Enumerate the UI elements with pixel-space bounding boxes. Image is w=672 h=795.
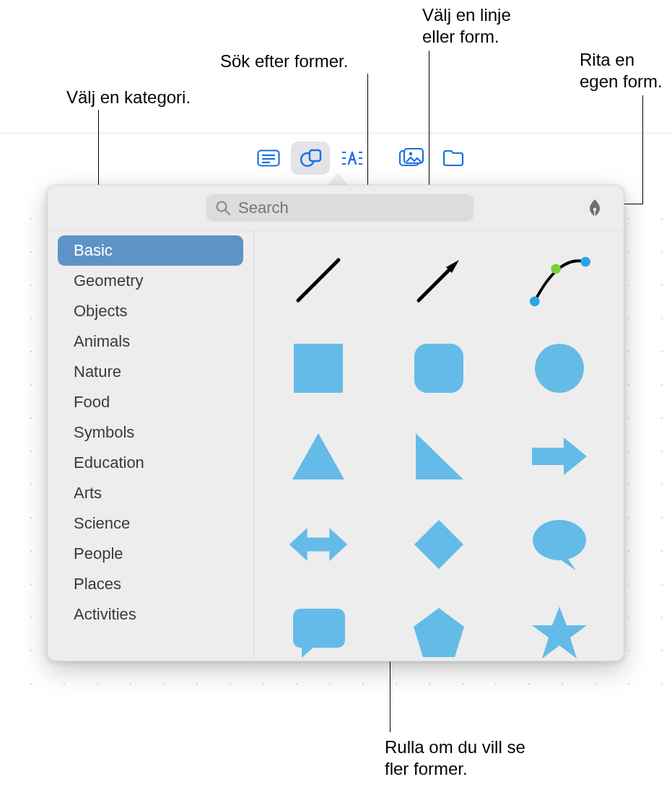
toolbar-textbox-button[interactable] (249, 142, 288, 175)
shape-rounded-square[interactable] (407, 336, 471, 400)
category-label: Science (74, 514, 130, 533)
shapes-grid-area[interactable] (254, 231, 624, 661)
shape-square[interactable] (287, 336, 350, 400)
callout-line (642, 95, 643, 204)
category-label: Food (74, 393, 110, 412)
category-label: Animals (74, 332, 130, 351)
category-animals[interactable]: Animals (58, 326, 243, 357)
callout-scroll-more: Rulla om du vill se fler former. (385, 737, 525, 780)
svg-point-18 (551, 264, 562, 274)
shape-circle[interactable] (528, 336, 591, 400)
shape-line[interactable] (287, 248, 350, 312)
category-places[interactable]: Places (58, 569, 243, 599)
svg-marker-22 (292, 433, 344, 479)
svg-point-11 (593, 208, 596, 211)
svg-line-10 (225, 210, 230, 214)
search-field[interactable] (206, 194, 474, 222)
insert-toolbar (249, 142, 473, 175)
category-label: Arts (74, 484, 102, 503)
shape-callout-rect[interactable] (287, 601, 350, 661)
category-objects[interactable]: Objects (58, 296, 243, 326)
svg-marker-25 (289, 528, 346, 561)
svg-marker-23 (416, 433, 463, 479)
shape-arrow-line[interactable] (407, 248, 471, 312)
shape-triangle[interactable] (287, 425, 350, 488)
search-input[interactable] (237, 198, 465, 218)
category-arts[interactable]: Arts (58, 478, 243, 508)
svg-marker-24 (532, 438, 587, 475)
category-label: Nature (74, 362, 121, 381)
category-label: Objects (74, 302, 128, 321)
shape-speech-bubble[interactable] (528, 513, 591, 576)
category-label: Activities (74, 605, 136, 624)
svg-point-16 (530, 296, 540, 306)
shape-diamond[interactable] (407, 513, 471, 576)
svg-marker-30 (302, 646, 315, 658)
app-divider (0, 133, 672, 134)
shapes-grid (283, 248, 595, 661)
callout-line (367, 74, 368, 201)
svg-point-27 (533, 520, 586, 560)
category-education[interactable]: Education (58, 448, 243, 478)
category-label: People (74, 544, 123, 563)
category-food[interactable]: Food (58, 387, 243, 417)
category-label: Geometry (74, 271, 144, 290)
category-label: Symbols (74, 423, 134, 442)
svg-rect-29 (293, 609, 345, 648)
svg-marker-28 (557, 556, 576, 570)
category-activities[interactable]: Activities (58, 599, 243, 630)
callout-choose-line-shape: Välj en linje eller form. (422, 4, 511, 48)
callout-search-shapes: Sök efter former. (220, 51, 348, 72)
category-symbols[interactable]: Symbols (58, 417, 243, 448)
category-people[interactable]: People (58, 539, 243, 569)
callout-line (390, 661, 390, 732)
svg-line-13 (298, 260, 339, 300)
svg-rect-5 (310, 150, 320, 161)
shape-right-triangle[interactable] (407, 425, 471, 488)
svg-marker-26 (414, 520, 463, 569)
shape-arrow-right[interactable] (528, 425, 591, 488)
svg-marker-32 (532, 607, 587, 659)
svg-rect-19 (294, 344, 343, 393)
svg-marker-31 (414, 608, 464, 657)
category-label: Education (74, 453, 144, 472)
shape-curve-editable[interactable] (528, 248, 591, 312)
category-science[interactable]: Science (58, 508, 243, 539)
category-sidebar: Basic Geometry Objects Animals Nature Fo… (48, 231, 254, 661)
toolbar-files-button[interactable] (434, 142, 473, 175)
svg-rect-20 (414, 344, 463, 393)
shapes-panel: Basic Geometry Objects Animals Nature Fo… (47, 185, 624, 661)
pen-nib-icon (584, 197, 606, 219)
search-icon (215, 200, 231, 216)
toolbar-shapes-button[interactable] (291, 142, 330, 175)
category-nature[interactable]: Nature (58, 357, 243, 387)
callout-choose-category: Välj en kategori. (66, 87, 191, 108)
svg-line-14 (419, 266, 453, 300)
shape-arrow-leftright[interactable] (287, 513, 350, 576)
svg-point-17 (581, 257, 591, 267)
draw-custom-shape-button[interactable] (580, 194, 609, 222)
category-basic[interactable]: Basic (58, 235, 243, 266)
toolbar-media-button[interactable] (392, 142, 431, 175)
panel-header (48, 186, 624, 230)
svg-point-21 (535, 344, 584, 393)
category-label: Basic (74, 241, 113, 260)
svg-point-8 (409, 152, 412, 155)
shape-star[interactable] (528, 601, 591, 661)
shape-pentagon[interactable] (407, 601, 471, 661)
toolbar-textstyle-button[interactable] (333, 142, 372, 175)
category-geometry[interactable]: Geometry (58, 266, 243, 296)
callout-draw-custom: Rita en egen form. (580, 49, 663, 92)
category-label: Places (74, 575, 121, 594)
